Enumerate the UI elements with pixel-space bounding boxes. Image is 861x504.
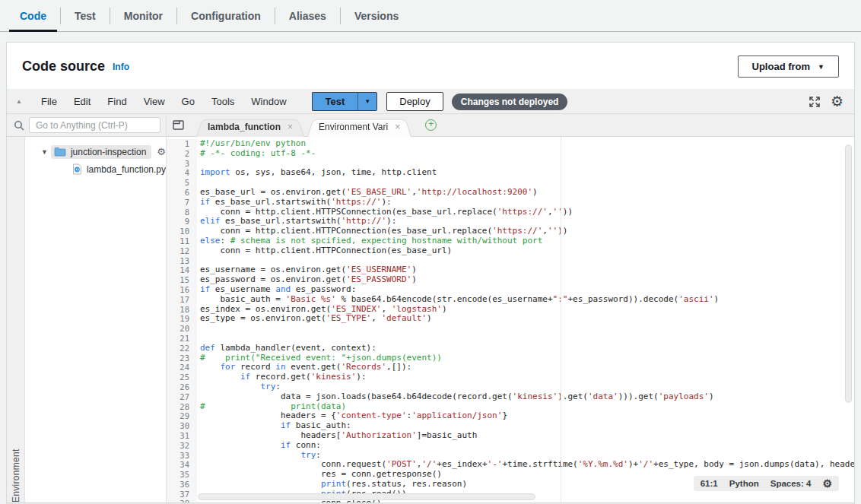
tab-list-icon[interactable] [173, 120, 184, 130]
code-line[interactable]: 2# -*- coding: utf-8 -*- [167, 149, 854, 159]
line-number: 10 [167, 227, 197, 236]
code-line[interactable]: 4import os, sys, base64, json, time, htt… [167, 168, 854, 178]
editor-tab-environment-vari[interactable]: Environment Vari× [316, 117, 403, 136]
code-line[interactable]: 28# print(data) [167, 402, 854, 412]
menu-edit[interactable]: Edit [65, 96, 99, 107]
upload-from-button[interactable]: Upload from ▼ [738, 55, 839, 78]
close-tab-icon[interactable]: × [395, 122, 400, 132]
code-line[interactable]: 29 headers = {'content-type':'applicatio… [167, 411, 854, 421]
menu-view[interactable]: View [135, 96, 173, 107]
code-line[interactable]: 22def lambda_handler(event, context): [167, 344, 854, 353]
tab-test[interactable]: Test [61, 0, 110, 31]
code-line[interactable]: 6es_base_url = os.environ.get('ES_BASE_U… [167, 188, 854, 198]
code-line[interactable]: 17 basic_auth = 'Basic %s' % base64.b64e… [167, 295, 854, 305]
fullscreen-icon[interactable] [809, 96, 821, 108]
tab-configuration[interactable]: Configuration [177, 0, 275, 31]
line-number: 21 [167, 334, 197, 344]
line-number: 19 [167, 314, 197, 324]
page-title: Code source [22, 59, 105, 74]
code-line[interactable]: 10 conn = http.client.HTTPConnection(es_… [167, 227, 854, 236]
environment-strip[interactable]: Environment [7, 137, 25, 502]
menu-window[interactable]: Window [243, 96, 294, 107]
code-line[interactable]: 14es_username = os.environ.get('ES_USERN… [167, 265, 854, 275]
menu-tools[interactable]: Tools [203, 96, 243, 107]
tree-folder-row[interactable]: ▼ junction-inspection ⚙▼ [25, 144, 166, 160]
code-line[interactable]: 30 if basic_auth: [167, 421, 854, 431]
code-line[interactable]: 15es_password = os.environ.get('ES_PASSW… [167, 275, 854, 285]
code-line[interactable]: 5 [167, 178, 854, 188]
editor-tabstrip: lambda_function×Environment Vari×+ [167, 114, 854, 136]
info-link[interactable]: Info [113, 62, 129, 72]
code-line[interactable]: 21 [167, 334, 854, 344]
line-number: 14 [167, 265, 197, 275]
test-button[interactable]: Test [312, 92, 358, 111]
code-text: # print(data) [197, 402, 854, 412]
ide-frame: ▲ FileEditFindViewGoToolsWindow Test ▼ D… [7, 89, 854, 502]
tab-label: Test [75, 10, 96, 22]
tab-label: Versions [354, 10, 399, 22]
code-line[interactable]: 34 conn.request('POST','/'+es_index+'-'+… [167, 460, 854, 470]
code-editor[interactable]: 1#!/usr/bin/env python2# -*- coding: utf… [167, 137, 854, 502]
code-line[interactable]: 19es_type = os.environ.get('ES_TYPE', 'd… [167, 314, 854, 324]
file-name: lambda_function.py [87, 164, 166, 175]
code-line[interactable]: 16if es_username and es_password: [167, 285, 854, 295]
close-tab-icon[interactable]: × [288, 122, 293, 132]
code-text: # -*- coding: utf-8 -*- [197, 149, 854, 159]
cursor-position[interactable]: 61:1 [701, 479, 718, 488]
line-number: 26 [167, 382, 197, 392]
line-number: 36 [167, 480, 197, 490]
goto-anything-input[interactable] [29, 117, 160, 133]
code-text: try: [197, 451, 854, 461]
code-line[interactable]: 12 conn = http.client.HTTPConnection(es_… [167, 246, 854, 256]
code-line[interactable]: 24 for record in event.get('Records',[])… [167, 363, 854, 372]
code-line[interactable]: 20 [167, 324, 854, 334]
code-line[interactable]: 26 try: [167, 382, 854, 392]
vertical-scrollbar[interactable] [845, 144, 852, 403]
test-dropdown-icon[interactable]: ▼ [357, 92, 377, 111]
tab-aliases[interactable]: Aliases [275, 0, 340, 31]
indent-setting[interactable]: Spaces: 4 [770, 479, 812, 488]
code-text [197, 256, 854, 266]
code-line[interactable]: 18es_index = os.environ.get('ES_INDEX', … [167, 305, 854, 315]
code-line[interactable]: 33 try: [167, 451, 854, 461]
code-line[interactable]: 1#!/usr/bin/env python [167, 139, 854, 149]
code-text [197, 324, 854, 334]
code-line[interactable]: 13 [167, 256, 854, 266]
folder-expand-icon[interactable]: ▼ [41, 148, 48, 156]
collapse-menubar-icon[interactable]: ▲ [16, 98, 33, 105]
code-text: headers['Authorization']=basic_auth [197, 431, 854, 441]
upload-from-label: Upload from [752, 61, 811, 72]
code-line[interactable]: 11else: # schema is not spcified, expect… [167, 236, 854, 246]
tree-file-row[interactable]: lambda_function.py [25, 161, 166, 177]
new-tab-plus-icon[interactable]: + [425, 119, 437, 131]
editor-statusbar: 61:1 Python Spaces: 4 ⚙ [694, 476, 839, 491]
code-line[interactable]: 7if es_base_url.startswith('https://'): [167, 198, 854, 208]
code-line[interactable]: 9elif es_base_url.startswith('http://'): [167, 217, 854, 227]
editor-tab-lambda-function[interactable]: lambda_function× [205, 117, 296, 136]
code-line[interactable]: 23# print("Received event: "+json.dumps(… [167, 353, 854, 363]
code-line[interactable]: 31 headers['Authorization']=basic_auth [167, 431, 854, 441]
line-number: 27 [167, 392, 197, 402]
tab-code[interactable]: Code [6, 0, 60, 31]
tab-versions[interactable]: Versions [341, 0, 412, 31]
line-number: 24 [167, 363, 197, 372]
language-mode[interactable]: Python [729, 479, 759, 488]
line-number: 38 [167, 499, 197, 502]
code-line[interactable]: 25 if record.get('kinesis'): [167, 372, 854, 382]
menu-find[interactable]: Find [99, 96, 135, 107]
code-line[interactable]: 3 [167, 159, 854, 169]
code-text: def lambda_handler(event, context): [197, 344, 854, 353]
tab-monitor[interactable]: Monitor [110, 0, 176, 31]
horizontal-scrollbar[interactable] [198, 493, 535, 500]
menu-go[interactable]: Go [173, 96, 203, 107]
menu-file[interactable]: File [33, 96, 65, 107]
code-line[interactable]: 8 conn = http.client.HTTPSConnection(es_… [167, 208, 854, 217]
ide-settings-gear-icon[interactable]: ⚙ [831, 94, 844, 109]
statusbar-gear-icon[interactable]: ⚙ [822, 478, 832, 489]
folder-settings-gear-icon[interactable]: ⚙▼ [157, 146, 166, 157]
code-line[interactable]: 27 data = json.loads(base64.b64decode(re… [167, 392, 854, 402]
line-number: 20 [167, 324, 197, 334]
code-line[interactable]: 32 if conn: [167, 441, 854, 451]
deploy-button[interactable]: Deploy [386, 92, 443, 111]
line-number: 37 [167, 490, 197, 499]
